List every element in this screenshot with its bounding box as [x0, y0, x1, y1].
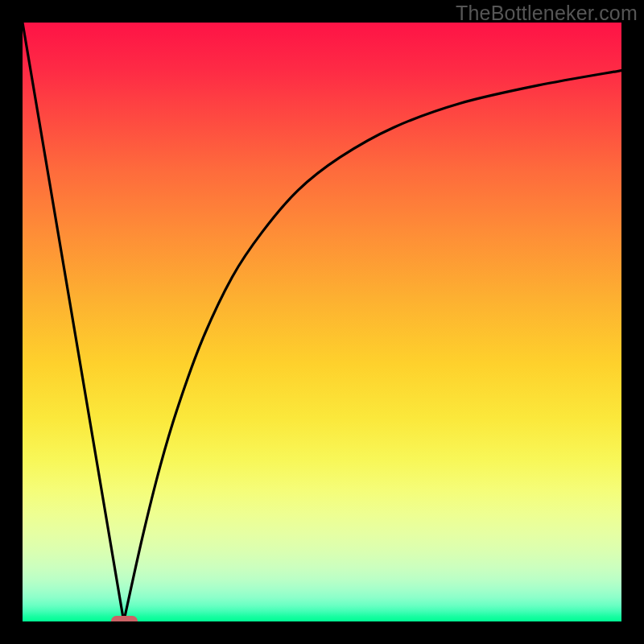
plot-area	[23, 23, 621, 621]
curve-right-branch	[124, 71, 621, 621]
bottleneck-curve	[23, 23, 621, 621]
curve-left-branch	[23, 23, 124, 621]
chart-frame: TheBottleneker.com	[0, 0, 644, 644]
watermark-text: TheBottleneker.com	[456, 2, 638, 25]
optimal-point-marker	[111, 616, 138, 622]
